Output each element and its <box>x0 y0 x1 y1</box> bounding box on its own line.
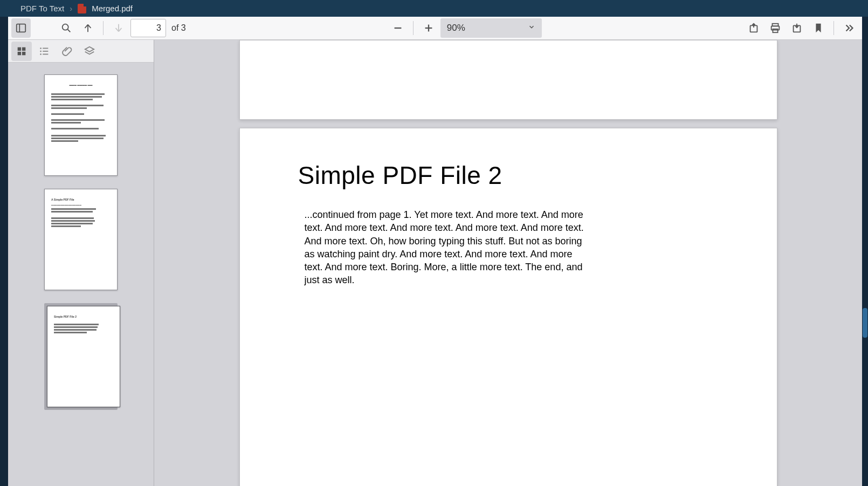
breadcrumb-separator: › <box>70 4 72 13</box>
svg-point-2 <box>63 24 68 30</box>
paperclip-icon <box>61 45 73 57</box>
svg-point-18 <box>40 50 42 52</box>
pdf-page-2-bottom <box>239 40 777 120</box>
breadcrumb-root[interactable]: PDF To Text <box>20 4 64 13</box>
scrollbar[interactable] <box>862 17 868 486</box>
svg-rect-14 <box>18 51 21 54</box>
left-gutter <box>0 17 8 486</box>
zoom-in-button[interactable] <box>419 18 438 38</box>
sidebar-icon <box>15 22 27 34</box>
arrow-down-icon <box>113 22 125 34</box>
prev-page-button[interactable] <box>78 18 98 38</box>
open-file-icon <box>748 22 760 34</box>
sidebar-toggle-button[interactable] <box>11 18 31 38</box>
thumbnails-tab[interactable] <box>11 42 32 61</box>
pdf-page-3: Simple PDF File 2 ...continued from page… <box>239 128 777 486</box>
print-button[interactable] <box>766 18 785 38</box>
svg-point-16 <box>40 47 42 49</box>
zoom-out-button[interactable] <box>388 18 408 38</box>
chevron-down-icon <box>528 23 535 33</box>
page-view[interactable]: Simple PDF File 2 ...continued from page… <box>154 40 862 486</box>
search-button[interactable] <box>57 18 76 38</box>
chevron-double-right-icon <box>843 22 855 34</box>
more-tools-button[interactable] <box>839 18 859 38</box>
outline-tab[interactable] <box>34 42 54 61</box>
svg-rect-12 <box>18 47 21 50</box>
thumbnail-page-3[interactable]: Simple PDF File 2 <box>44 303 118 410</box>
svg-rect-13 <box>22 47 25 50</box>
thumb-2-title: A Simple PDF File <box>51 198 111 202</box>
next-page-button[interactable] <box>109 18 128 38</box>
bookmark-button[interactable] <box>809 18 828 38</box>
toolbar-divider <box>833 21 834 35</box>
svg-line-3 <box>68 30 71 32</box>
minus-icon <box>392 22 404 34</box>
download-icon <box>791 22 803 34</box>
download-button[interactable] <box>787 18 807 38</box>
print-icon <box>769 22 781 34</box>
outline-icon <box>38 45 50 57</box>
attachments-tab[interactable] <box>57 42 77 61</box>
pdf-toolbar: of 3 90% <box>8 17 862 40</box>
svg-point-20 <box>40 53 42 55</box>
toolbar-divider <box>413 21 414 35</box>
layers-icon <box>84 45 95 57</box>
thumbnail-page-1[interactable]: ▬▬▬ ▬▬▬▬ ▬▬ <box>44 74 118 176</box>
page-count-label: of 3 <box>171 23 186 33</box>
plus-icon <box>423 22 435 34</box>
thumbnail-page-2[interactable]: A Simple PDF File ▬▬▬▬▬▬▬▬▬▬▬▬▬▬▬▬ <box>44 189 118 290</box>
sidebar-tabs <box>8 40 154 63</box>
pdf-file-icon <box>78 4 86 13</box>
breadcrumb-bar: PDF To Text › Merged.pdf <box>0 0 868 17</box>
thumb-3-title: Simple PDF File 2 <box>54 315 113 319</box>
svg-rect-15 <box>22 51 25 54</box>
zoom-select[interactable]: 90% <box>440 18 542 38</box>
scrollbar-thumb[interactable] <box>863 308 867 338</box>
search-icon <box>60 22 72 34</box>
breadcrumb-filename: Merged.pdf <box>92 4 133 13</box>
layers-tab[interactable] <box>79 42 100 61</box>
bookmark-icon <box>812 22 824 34</box>
page-heading: Simple PDF File 2 <box>298 161 719 190</box>
thumbnails-icon <box>16 45 27 57</box>
thumbnail-sidebar: ▬▬▬ ▬▬▬▬ ▬▬ <box>8 40 154 486</box>
zoom-value: 90% <box>447 23 465 33</box>
toolbar-divider <box>103 21 104 35</box>
page-body-text: ...continued from page 1. Yet more text.… <box>305 208 585 287</box>
open-file-button[interactable] <box>744 18 763 38</box>
arrow-up-icon <box>82 22 94 34</box>
thumbnail-list: ▬▬▬ ▬▬▬▬ ▬▬ <box>8 63 154 486</box>
page-number-input[interactable] <box>130 19 166 37</box>
svg-rect-0 <box>17 24 26 32</box>
